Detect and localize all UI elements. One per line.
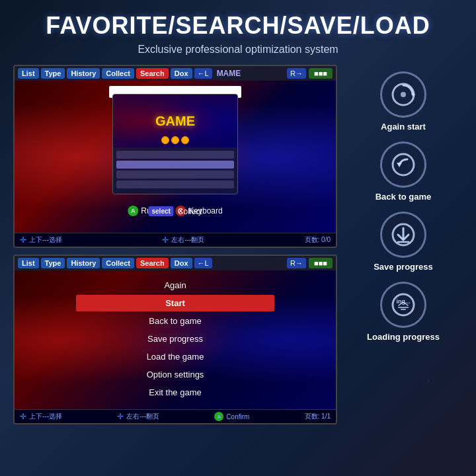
loading-progress-label: Loading progress — [367, 332, 440, 342]
nav-collect-btn[interactable]: Collect — [102, 68, 134, 79]
dpad-right-icon: ✛ — [162, 235, 169, 245]
coin-1 — [161, 136, 169, 144]
menu-nav-r-arrow[interactable]: R→ — [287, 258, 306, 268]
svg-point-3 — [393, 154, 414, 175]
menu-item-start[interactable]: Start — [76, 295, 274, 311]
coin-2 — [171, 136, 179, 144]
sub-title: Exclusive professional optimization syst… — [0, 44, 476, 56]
loading-icon: ing... — [389, 290, 418, 319]
again-start-label: Again start — [381, 122, 426, 132]
game-popup: GAME — [112, 94, 238, 194]
game-list-item-4 — [116, 180, 234, 188]
select-button[interactable]: select — [148, 206, 173, 216]
menu-nav-history-btn[interactable]: History — [67, 258, 100, 268]
menu-item-load-game[interactable]: Load the game — [76, 348, 274, 365]
back-to-game-icon-circle[interactable] — [380, 141, 426, 188]
svg-rect-8 — [398, 307, 409, 308]
a-button[interactable]: A — [128, 206, 138, 216]
menu-status-bar: ✛ 上下---选择 ✛ 左右---翻页 A Confirm 页数: 1/1 — [15, 409, 336, 423]
menu-nav-right-group: R→ ■■■ — [287, 258, 333, 268]
top-status-left: ✛ 上下---选择 — [20, 235, 62, 245]
back-to-game-label: Back to game — [376, 192, 432, 202]
nav-right-group: R→ ■■■ — [287, 68, 333, 79]
loading-progress-item: ing... Loading progress — [367, 282, 440, 342]
game-coins — [161, 136, 189, 144]
menu-nav-arrow-left[interactable]: ←L — [194, 258, 212, 268]
coin-3 — [181, 136, 189, 144]
game-popup-header: GAME — [113, 95, 237, 147]
back-icon — [389, 150, 418, 179]
top-status-bar: ✛ 上下---选择 ✛ 左右---翻页 页数: 0/0 — [15, 233, 336, 247]
svg-marker-4 — [397, 163, 402, 167]
nav-dox-btn[interactable]: Dox — [171, 68, 192, 79]
left-panels: List Type History Collect Search Dox ←L … — [13, 65, 337, 424]
menu-item-exit-game[interactable]: Exit the game — [76, 384, 274, 401]
menu-item-save-progress[interactable]: Save progress — [76, 331, 274, 347]
game-list — [113, 147, 237, 194]
nav-search-btn[interactable]: Search — [136, 68, 169, 79]
confirm-a-btn[interactable]: A — [214, 412, 223, 421]
refresh-icon — [389, 80, 418, 109]
menu-body: Again Start Back to game Save progress L… — [15, 270, 336, 409]
nav-type-btn[interactable]: Type — [41, 68, 65, 79]
top-status-mid: ✛ 左右---翻页 — [162, 235, 204, 245]
menu-items-container: Again Start Back to game Save progress L… — [76, 277, 274, 402]
menu-nav-collect-btn[interactable]: Collect — [102, 258, 134, 268]
menu-confirm-group: A Confirm — [214, 412, 249, 421]
nav-r-arrow[interactable]: R→ — [287, 68, 306, 79]
confirm-label: Confirm — [226, 413, 249, 420]
nav-mame-label: MAME — [217, 69, 241, 78]
again-start-item: Again start — [380, 71, 426, 132]
menu-status-mid: ✛ 左右---翻页 — [117, 412, 159, 421]
collect-label: Collect — [178, 207, 202, 216]
top-screen-panel: List Type History Collect Search Dox ←L … — [13, 65, 337, 248]
menu-nav-dox-btn[interactable]: Dox — [171, 258, 192, 268]
save-progress-icon-circle[interactable] — [380, 212, 426, 258]
svg-text:ing...: ing... — [396, 298, 410, 305]
nav-arrow-left[interactable]: ←L — [194, 68, 212, 79]
nav-battery: ■■■ — [309, 68, 333, 79]
main-title: FAVORITE/SEARCH/SAVE/LOAD — [0, 0, 476, 40]
game-list-item-3 — [116, 171, 234, 178]
top-status-page: 页数: 0/0 — [305, 235, 331, 245]
top-nav-bar: List Type History Collect Search Dox ←L … — [15, 66, 336, 81]
nav-history-btn[interactable]: History — [67, 68, 100, 79]
save-progress-item: Save progress — [374, 212, 433, 272]
top-screen-body: GAME — [15, 81, 336, 233]
menu-status-page: 页数: 1/1 — [305, 412, 331, 421]
menu-nav-search-btn[interactable]: Search — [136, 258, 169, 268]
menu-item-option-settings[interactable]: Option settings — [76, 366, 274, 383]
svg-point-6 — [393, 294, 414, 315]
collect-control: select Collect — [148, 206, 202, 216]
menu-nav-bar: List Type History Collect Search Dox ←L … — [15, 256, 336, 270]
right-panel: Again start Back to game — [344, 65, 463, 424]
save-progress-label: Save progress — [374, 262, 433, 272]
menu-dpad-right-icon: ✛ — [117, 412, 124, 421]
save-icon — [389, 220, 418, 249]
menu-nav-list-btn[interactable]: List — [18, 258, 39, 268]
nav-left-label: 上下---选择 — [29, 235, 62, 245]
menu-screen-panel: List Type History Collect Search Dox ←L … — [13, 255, 337, 424]
menu-nav-type-btn[interactable]: Type — [41, 258, 65, 268]
svg-rect-9 — [401, 309, 406, 310]
game-list-item-1 — [116, 151, 234, 159]
loading-progress-icon-circle[interactable]: ing... — [380, 282, 426, 328]
menu-nav-right-label: 左右---翻页 — [126, 412, 159, 421]
menu-item-back-to-game[interactable]: Back to game — [76, 313, 274, 329]
again-start-icon-circle[interactable] — [380, 71, 426, 118]
back-to-game-item: Back to game — [376, 141, 432, 202]
svg-point-2 — [401, 92, 406, 97]
menu-nav-left-label: 上下---选择 — [29, 412, 62, 421]
game-list-item-2 — [116, 161, 234, 169]
menu-nav-battery: ■■■ — [309, 258, 333, 268]
nav-right-label: 左右---翻页 — [171, 235, 204, 245]
dpad-left-icon: ✛ — [20, 235, 26, 245]
game-title: GAME — [155, 114, 195, 129]
nav-list-btn[interactable]: List — [18, 68, 39, 79]
menu-status-left: ✛ 上下---选择 — [20, 412, 62, 421]
menu-dpad-left-icon: ✛ — [20, 412, 26, 421]
menu-item-again[interactable]: Again — [76, 277, 274, 294]
